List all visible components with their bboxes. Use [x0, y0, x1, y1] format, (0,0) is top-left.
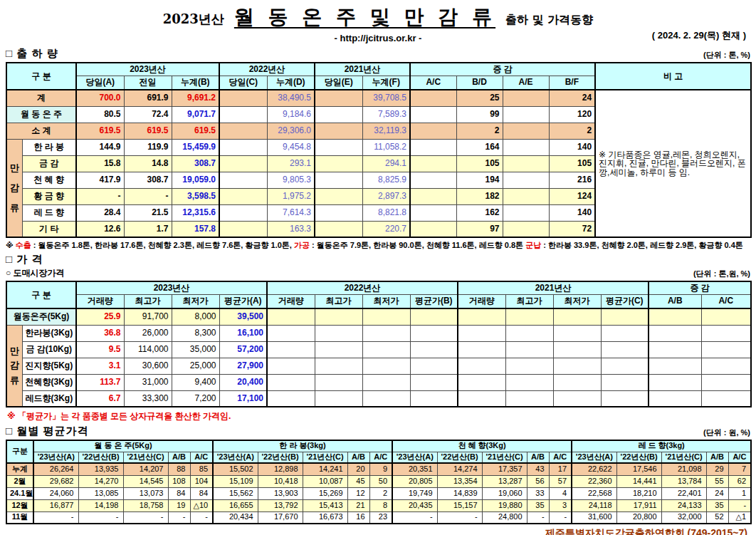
- cell: [458, 325, 505, 341]
- shipment-row: 계700.0691.99,691.238,490.539,708.52524※ …: [6, 90, 751, 106]
- cell: 14,545: [123, 475, 168, 487]
- cell: [410, 221, 456, 237]
- cell: 9,805.3: [267, 172, 315, 188]
- column-header: A/C: [728, 452, 751, 463]
- column-header: A/B: [649, 294, 701, 308]
- cell: 39,708.5: [362, 90, 410, 106]
- cell: -: [437, 511, 482, 524]
- cell: 15,502: [213, 463, 258, 475]
- cell: 7,200: [172, 390, 219, 407]
- cell: [410, 308, 458, 325]
- report-date: ( 2024. 2. 29(목) 현재 ): [652, 29, 746, 42]
- cell: 7,589.3: [362, 106, 410, 123]
- cell: 14,270: [78, 475, 123, 487]
- column-header: 당일(C): [219, 76, 267, 90]
- price-row: 천혜향(3Kg)113.731,0009,40020,400: [6, 374, 751, 390]
- row-label: 월 동 온 주: [6, 106, 76, 123]
- cell: 97: [456, 221, 503, 237]
- cell: 12,898: [258, 463, 303, 475]
- cell: 55: [706, 475, 728, 487]
- cell: 16,655: [213, 499, 258, 511]
- cell: 12,315.6: [172, 204, 219, 221]
- row-label: 레 드 향: [22, 204, 76, 221]
- cell: 182: [456, 188, 503, 204]
- footnote-segment: : 월동온주 7.9톤, 한라봉 90.0톤, 천혜향 11.6톤, 레드향 0…: [310, 241, 525, 249]
- footnote-segment: 군납: [525, 241, 541, 249]
- column-header: 누계(F): [362, 76, 410, 90]
- cell: 6.7: [76, 390, 124, 407]
- cell: [503, 172, 549, 188]
- column-header: 전일: [124, 76, 172, 90]
- cell: 72.4: [124, 106, 172, 123]
- col-group-2021: 2021년산: [458, 281, 649, 294]
- column-header: A/B: [168, 452, 190, 463]
- cell: [553, 325, 601, 341]
- cell: [505, 390, 553, 407]
- cell: 19,880: [482, 499, 527, 511]
- cell: [362, 390, 410, 407]
- cell: [503, 155, 549, 172]
- section-title-price: □ 가 격: [6, 253, 43, 266]
- cell: [601, 308, 649, 325]
- column-header: '23년산(A): [392, 452, 437, 463]
- cell: [362, 374, 410, 390]
- footnote-segment: : 한라봉 33.9톤, 천혜향 2.0톤, 레드향 2.9톤, 황금향 0.4…: [541, 241, 743, 249]
- cell: 14,241: [303, 463, 347, 475]
- cell: [315, 172, 362, 188]
- report-title: 월 동 온 주 및 만 감 류: [234, 4, 495, 31]
- cell: 17,100: [219, 390, 267, 407]
- cell: 18,758: [123, 499, 168, 511]
- cell: -: [728, 499, 751, 511]
- cell: 38,490.5: [267, 90, 315, 106]
- group-label-mangamryu: 만감류: [6, 325, 22, 407]
- column-header: '21년산(C): [303, 452, 347, 463]
- cell: 8,821.8: [362, 204, 410, 221]
- col-group-2022: 2022년산: [219, 63, 315, 76]
- cell: 19,060: [482, 487, 527, 499]
- cell: 13,354: [437, 475, 482, 487]
- column-header: 평균가(A): [219, 294, 267, 308]
- cell: [601, 325, 649, 341]
- row-label: 2월: [6, 475, 33, 487]
- cell: [315, 390, 362, 407]
- cell: -: [190, 511, 213, 524]
- cell: 13,792: [258, 499, 303, 511]
- cell: [219, 139, 267, 155]
- monthly-row: 11월-----20,43417,67016,6731623--24,800--…: [6, 511, 751, 524]
- column-header: '22년산(B): [616, 452, 661, 463]
- cell: △10: [190, 499, 213, 511]
- cell: [458, 308, 505, 325]
- remark-note: ※ 기타품종은 영귤,레몬, 청희오렌지, 진지휘, 진귤, 만다린, 블러드오…: [595, 90, 751, 237]
- cell: 39,500: [219, 308, 267, 325]
- cell: 2: [549, 123, 595, 139]
- cell: [505, 358, 553, 374]
- column-header: 당일(E): [315, 76, 362, 90]
- product-group-header: 천 혜 향(3Kg): [392, 440, 572, 452]
- cell: 700.0: [76, 90, 124, 106]
- row-label: 누계: [6, 463, 33, 475]
- column-header: 누계(B): [172, 76, 219, 90]
- cell: [649, 358, 701, 374]
- cell: [219, 106, 267, 123]
- col-header-gubun: 구 분: [6, 281, 76, 308]
- title-suffix: 출하 및 가격동향: [505, 13, 593, 28]
- cell: [267, 374, 315, 390]
- cell: 84: [190, 487, 213, 499]
- cell: [362, 341, 410, 358]
- cell: 35,000: [172, 341, 219, 358]
- column-header: A/C: [369, 452, 392, 463]
- cell: 14,198: [78, 499, 123, 511]
- column-header: '22년산(B): [78, 452, 123, 463]
- footnote-segment: 가공: [294, 241, 310, 249]
- cell: 25: [456, 90, 503, 106]
- cell: [410, 139, 456, 155]
- cell: 216: [549, 172, 595, 188]
- row-label: 천 혜 향: [22, 172, 76, 188]
- cell: [601, 390, 649, 407]
- cell: 13,085: [78, 487, 123, 499]
- cell: 24: [549, 90, 595, 106]
- cell: 21: [347, 499, 369, 511]
- cell: -: [124, 188, 172, 204]
- footnote-segment: ※: [6, 241, 16, 249]
- footnote-segment: 수출: [16, 241, 31, 249]
